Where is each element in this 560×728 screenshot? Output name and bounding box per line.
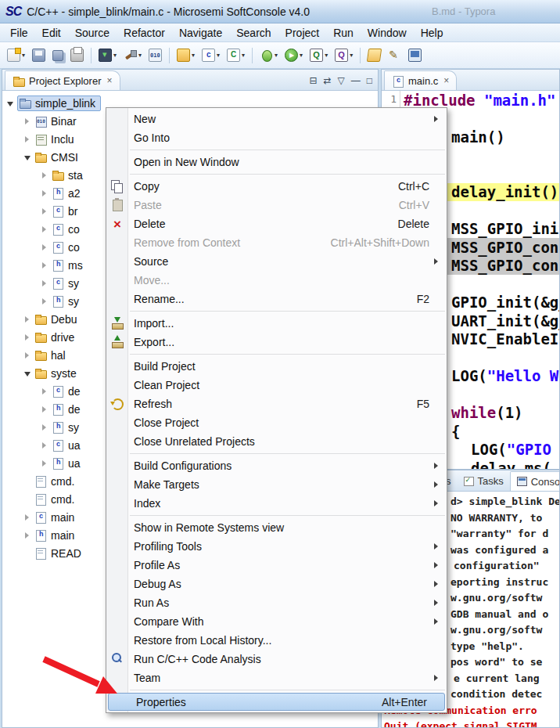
menu-item-properties[interactable]: PropertiesAlt+Enter (108, 693, 445, 711)
open-folder-button[interactable] (364, 45, 384, 66)
menu-item-delete[interactable]: ×DeleteDelete (106, 214, 447, 233)
menu-item-team[interactable]: Team (106, 669, 447, 687)
menu-item-paste[interactable]: PasteCtrl+V (106, 196, 447, 214)
expand-arrow-icon[interactable] (40, 387, 49, 396)
new-wizard-button[interactable]: ▾ (4, 45, 28, 66)
maximize-icon[interactable]: □ (367, 75, 372, 86)
expand-arrow-icon[interactable] (40, 261, 49, 270)
menubar-item-source[interactable]: Source (68, 25, 117, 41)
expand-arrow-icon[interactable] (23, 315, 32, 324)
expand-arrow-icon[interactable] (23, 513, 32, 522)
expand-arrow-icon[interactable] (23, 153, 32, 162)
build-binary-button[interactable] (145, 45, 165, 66)
menu-item-remove-from-context[interactable]: Remove from ContextCtrl+Alt+Shift+Down (106, 233, 447, 252)
menu-item-import[interactable]: Import... (106, 314, 447, 333)
collapse-all-icon[interactable]: ⊟ (309, 75, 317, 86)
dropdown-arrow-icon[interactable]: ▾ (22, 52, 25, 59)
minimize-icon[interactable]: — (351, 75, 361, 86)
new-source-file-button[interactable]: ▾ (199, 45, 223, 66)
menubar-item-window[interactable]: Window (361, 25, 414, 41)
menu-item-make-targets[interactable]: Make Targets (106, 475, 447, 494)
new-folder-button[interactable]: ▾ (174, 45, 198, 66)
close-icon[interactable]: × (443, 75, 449, 86)
menu-item-restore-from-local-history[interactable]: Restore from Local History... (106, 631, 447, 650)
expand-arrow-icon[interactable] (23, 369, 32, 378)
menu-item-move[interactable]: Move... (106, 271, 447, 290)
menu-item-compare-with[interactable]: Compare With (106, 612, 447, 631)
dropdown-arrow-icon[interactable]: ▾ (242, 52, 245, 59)
expand-arrow-icon[interactable] (40, 207, 49, 216)
expand-arrow-icon[interactable] (40, 297, 49, 306)
menubar-item-refactor[interactable]: Refactor (117, 25, 172, 41)
menu-item-clean-project[interactable]: Clean Project (106, 376, 447, 395)
expand-arrow-icon[interactable] (40, 189, 49, 198)
menu-item-profile-as[interactable]: Profile As (106, 556, 447, 575)
debug-button[interactable]: ▾ (257, 45, 281, 66)
menu-item-copy[interactable]: CopyCtrl+C (106, 177, 447, 196)
titlebar[interactable]: SC C/C++ - simple_blink/main.c - Microse… (0, 0, 560, 23)
expand-arrow-icon[interactable] (23, 351, 32, 360)
dropdown-arrow-icon[interactable]: ▾ (300, 52, 303, 59)
menu-item-new[interactable]: New (106, 110, 447, 128)
console-tab-tasks[interactable]: Tasks (458, 471, 510, 491)
menu-item-rename[interactable]: Rename...F2 (106, 290, 447, 308)
expand-arrow-icon[interactable] (23, 117, 32, 126)
save-button[interactable] (29, 45, 48, 66)
print-button[interactable] (67, 45, 87, 66)
run-button[interactable]: ▾ (282, 45, 306, 66)
view-menu-icon[interactable]: ▽ (338, 75, 345, 86)
expand-arrow-icon[interactable] (23, 135, 32, 144)
menubar-item-run[interactable]: Run (326, 25, 361, 41)
expand-arrow-icon[interactable] (23, 333, 32, 342)
menu-item-refresh[interactable]: RefreshF5 (106, 395, 447, 413)
dropdown-arrow-icon[interactable]: ▾ (192, 52, 195, 59)
menubar-item-project[interactable]: Project (278, 25, 327, 41)
build-button[interactable]: ▾ (120, 45, 145, 66)
link-with-editor-icon[interactable]: ⇄ (323, 75, 331, 86)
editor-tab-main-c[interactable]: main.c × (384, 70, 457, 90)
project-explorer-tab[interactable]: Project Explorer × (5, 70, 120, 90)
expand-arrow-icon[interactable] (40, 423, 49, 432)
expand-arrow-icon[interactable] (23, 531, 32, 540)
menu-item-run-as[interactable]: Run As (106, 593, 447, 612)
expand-arrow-icon[interactable] (5, 99, 15, 108)
save-all-button[interactable] (49, 45, 66, 66)
remote-systems-button[interactable] (405, 45, 425, 66)
expand-arrow-icon[interactable] (40, 171, 49, 180)
menu-item-run-c-c-code-analysis[interactable]: Run C/C++ Code Analysis (106, 650, 447, 669)
expand-arrow-icon[interactable] (40, 225, 49, 234)
menu-item-close-unrelated-projects[interactable]: Close Unrelated Projects (106, 432, 447, 451)
new-class-button[interactable]: ▾ (224, 45, 248, 66)
menu-item-debug-as[interactable]: Debug As (106, 575, 447, 593)
dropdown-arrow-icon[interactable]: ▾ (113, 52, 117, 59)
menu-item-open-in-new-window[interactable]: Open in New Window (106, 153, 447, 171)
menu-item-index[interactable]: Index (106, 494, 447, 513)
expand-arrow-icon[interactable] (40, 441, 49, 450)
menu-item-source[interactable]: Source (106, 252, 447, 271)
menu-item-go-into[interactable]: Go Into (106, 128, 447, 147)
console-tab-console[interactable]: Console (510, 471, 560, 491)
menu-item-profiling-tools[interactable]: Profiling Tools (106, 537, 447, 556)
expand-arrow-icon[interactable] (40, 243, 49, 252)
mark-occurrences-button[interactable] (385, 45, 404, 66)
menu-item-show-in-remote-systems-view[interactable]: Show in Remote Systems view (106, 518, 447, 537)
dropdown-arrow-icon[interactable]: ▾ (325, 52, 328, 59)
dropdown-arrow-icon[interactable]: ▾ (138, 52, 142, 59)
menu-item-build-project[interactable]: Build Project (106, 357, 447, 376)
flash-target-button[interactable]: ▾ (95, 45, 120, 66)
menubar-item-edit[interactable]: Edit (35, 25, 68, 41)
coverage-button[interactable]: ▾ (307, 45, 331, 66)
menubar-item-help[interactable]: Help (414, 25, 451, 41)
expand-arrow-icon[interactable] (40, 405, 49, 414)
menubar-item-file[interactable]: File (3, 25, 35, 41)
menu-item-close-project[interactable]: Close Project (106, 413, 447, 432)
expand-arrow-icon[interactable] (40, 459, 49, 468)
close-icon[interactable]: × (106, 75, 112, 86)
menu-item-export[interactable]: Export... (106, 333, 447, 351)
menu-item-build-configurations[interactable]: Build Configurations (106, 456, 447, 475)
dropdown-arrow-icon[interactable]: ▾ (275, 52, 278, 59)
expand-arrow-icon[interactable] (40, 279, 49, 288)
menubar-item-navigate[interactable]: Navigate (172, 25, 229, 41)
dropdown-arrow-icon[interactable]: ▾ (217, 52, 220, 59)
menubar-item-search[interactable]: Search (229, 25, 278, 41)
